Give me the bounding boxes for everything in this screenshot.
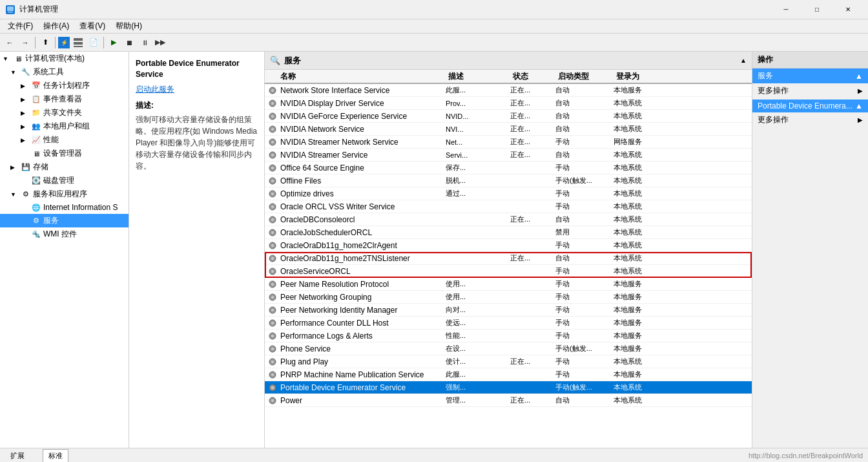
tb-play[interactable]: ▶ xyxy=(107,36,121,50)
start-service-link[interactable]: 启动此服务 xyxy=(136,85,174,94)
service-icon xyxy=(267,253,278,264)
tb-stop[interactable]: ⏹ xyxy=(122,36,136,50)
maximize-button[interactable]: □ xyxy=(802,0,832,19)
service-row[interactable]: NVIDIA Streamer Network ServiceNet...正在.… xyxy=(265,136,752,149)
sidebar-item-disk-mgmt[interactable]: 💽 磁盘管理 xyxy=(0,174,129,187)
sidebar-item-services-apps[interactable]: ▼ ⚙ 服务和应用程序 xyxy=(0,187,129,201)
desc-panel: Portable Device Enumerator Service 启动此服务… xyxy=(129,52,265,448)
tb-forward[interactable]: → xyxy=(18,36,32,50)
close-button[interactable]: ✕ xyxy=(833,0,863,19)
service-login-cell: 本地服务 xyxy=(614,305,678,315)
service-login-cell: 本地服务 xyxy=(614,344,678,353)
service-row[interactable]: Power管理...正在...自动本地系统 xyxy=(265,394,752,407)
svg-rect-3 xyxy=(74,38,83,41)
tb-view[interactable] xyxy=(71,36,85,50)
svg-point-13 xyxy=(271,128,274,131)
service-row[interactable]: Performance Counter DLL Host使远...手动本地服务 xyxy=(265,317,752,330)
tree-arrow: ▶ xyxy=(21,137,31,143)
sidebar-item-system-tools[interactable]: ▼ 🔧 系统工具 xyxy=(0,65,129,79)
svg-point-11 xyxy=(271,115,274,118)
service-desc-cell: 保存... xyxy=(446,163,510,173)
service-row[interactable]: Office 64 Source Engine保存...手动本地系统 xyxy=(265,162,752,174)
col-header-desc[interactable]: 描述 xyxy=(448,71,513,82)
service-desc-cell: Net... xyxy=(446,138,510,146)
service-row[interactable]: NVIDIA Network ServiceNVI...正在...自动本地系统 xyxy=(265,123,752,136)
svg-point-25 xyxy=(271,205,274,208)
sidebar-item-iis[interactable]: 🌐 Internet Information S xyxy=(0,201,129,214)
service-login-cell: 网络服务 xyxy=(614,137,678,147)
tb-restart[interactable]: ▶▶ xyxy=(153,36,167,50)
service-row[interactable]: Peer Networking Grouping使用...手动本地服务 xyxy=(265,291,752,304)
sidebar-item-event-viewer[interactable]: ▶ 📋 事件查看器 xyxy=(0,92,129,106)
tb-properties[interactable]: 📄 xyxy=(87,36,101,50)
service-login-cell: 本地系统 xyxy=(614,189,678,198)
tb-show-hide[interactable]: ⚡ xyxy=(58,37,70,48)
service-name-cell: Plug and Play xyxy=(267,357,446,367)
svg-point-29 xyxy=(271,231,274,234)
storage-icon: 💾 xyxy=(21,162,31,173)
service-row[interactable]: NVIDIA Streamer ServiceServi...正在...自动本地… xyxy=(265,149,752,162)
service-startup-cell: 禁用 xyxy=(555,227,614,237)
right-section-arrow: ▲ xyxy=(855,72,863,81)
service-row[interactable]: Portable Device Enumerator Service强制...手… xyxy=(265,381,752,394)
service-icon xyxy=(267,383,278,393)
service-row[interactable]: Performance Logs & Alerts性能...手动本地服务 xyxy=(265,330,752,342)
service-status-cell: 正在... xyxy=(510,137,555,147)
service-row[interactable]: OracleOraDb11g_home2ClrAgent手动本地系统 xyxy=(265,239,752,252)
sidebar-item-local-users[interactable]: ▶ 👥 本地用户和组 xyxy=(0,120,129,133)
service-row[interactable]: Oracle ORCL VSS Writer Service手动本地系统 xyxy=(265,200,752,213)
sidebar-item-computer-mgmt[interactable]: ▼ 🖥 计算机管理(本地) xyxy=(0,52,129,65)
tb-back[interactable]: ← xyxy=(3,36,17,50)
sidebar-item-device-mgr[interactable]: 🖥 设备管理器 xyxy=(0,147,129,160)
service-row[interactable]: Peer Name Resolution Protocol使用...手动本地服务 xyxy=(265,278,752,291)
tb-up[interactable]: ⬆ xyxy=(38,36,52,50)
menu-action[interactable]: 操作(A) xyxy=(38,19,74,33)
menu-help[interactable]: 帮助(H) xyxy=(110,19,147,33)
minimize-button[interactable]: ─ xyxy=(771,0,801,19)
service-status-cell: 正在... xyxy=(510,215,555,224)
right-panel: 操作 服务 ▲ 更多操作 ▶ Portable Device Enumera..… xyxy=(752,52,868,448)
sidebar-item-task-scheduler[interactable]: ▶ 📅 任务计划程序 xyxy=(0,79,129,92)
service-row[interactable]: Network Store Interface Service此服...正在..… xyxy=(265,84,752,97)
sidebar-item-storage[interactable]: ▶ 💾 存储 xyxy=(0,160,129,174)
sidebar-item-wmi[interactable]: 🔩 WMI 控件 xyxy=(0,227,129,241)
service-row[interactable]: OracleJobSchedulerORCL禁用本地系统 xyxy=(265,226,752,239)
service-startup-cell: 手动 xyxy=(555,331,614,341)
tree-arrow: ▶ xyxy=(21,96,31,103)
service-row[interactable]: OracleServiceORCL手动本地系统 xyxy=(265,265,752,278)
col-header-startup[interactable]: 启动类型 xyxy=(558,71,616,82)
service-row[interactable]: Peer Networking Identity Manager向对...手动本… xyxy=(265,304,752,317)
tb-pause[interactable]: ⏸ xyxy=(138,36,152,50)
right-action-more-2[interactable]: 更多操作 ▶ xyxy=(752,112,868,127)
service-row[interactable]: PNRP Machine Name Publication Service此服.… xyxy=(265,368,752,381)
service-row[interactable]: OracleDBConsoleorcl正在...自动本地系统 xyxy=(265,213,752,226)
svg-rect-5 xyxy=(74,46,83,47)
menu-view[interactable]: 查看(V) xyxy=(74,19,110,33)
col-header-status[interactable]: 状态 xyxy=(513,71,558,82)
service-row[interactable]: Offline Files脱机...手动(触发...本地系统 xyxy=(265,174,752,187)
service-row[interactable]: Phone Service在设...手动(触发...本地服务 xyxy=(265,342,752,355)
service-row[interactable]: Optimize drives通过...手动本地系统 xyxy=(265,187,752,200)
sidebar-item-shared-folders[interactable]: ▶ 📁 共享文件夹 xyxy=(0,106,129,120)
svg-point-43 xyxy=(271,322,274,324)
service-name-cell: Portable Device Enumerator Service xyxy=(267,383,446,393)
status-tab-standard[interactable]: 标准 xyxy=(43,449,68,462)
col-header-login[interactable]: 登录为 xyxy=(616,71,681,82)
menu-file[interactable]: 文件(F) xyxy=(3,19,38,33)
status-tab-expand[interactable]: 扩展 xyxy=(5,449,30,462)
sidebar-item-services[interactable]: ⚙ 服务 xyxy=(0,214,129,227)
service-row[interactable]: Plug and Play使计...正在...手动本地系统 xyxy=(265,355,752,368)
service-login-cell: 本地服务 xyxy=(614,370,678,379)
window-controls: ─ □ ✕ xyxy=(771,0,863,19)
sidebar-item-performance[interactable]: ▶ 📈 性能 xyxy=(0,133,129,147)
service-icon xyxy=(267,357,278,367)
service-startup-cell: 自动 xyxy=(555,85,614,95)
service-name-cell: NVIDIA Display Driver Service xyxy=(267,98,446,109)
svg-point-33 xyxy=(271,257,274,260)
service-login-cell: 本地系统 xyxy=(614,202,678,211)
service-row[interactable]: NVIDIA Display Driver ServiceProv...正在..… xyxy=(265,97,752,110)
col-header-name[interactable]: 名称 xyxy=(267,71,448,82)
service-row[interactable]: NVIDIA GeForce Experience ServiceNVID...… xyxy=(265,110,752,123)
right-action-more-1[interactable]: 更多操作 ▶ xyxy=(752,83,868,98)
service-row[interactable]: OracleOraDb11g_home2TNSListener正在...自动本地… xyxy=(265,252,752,265)
